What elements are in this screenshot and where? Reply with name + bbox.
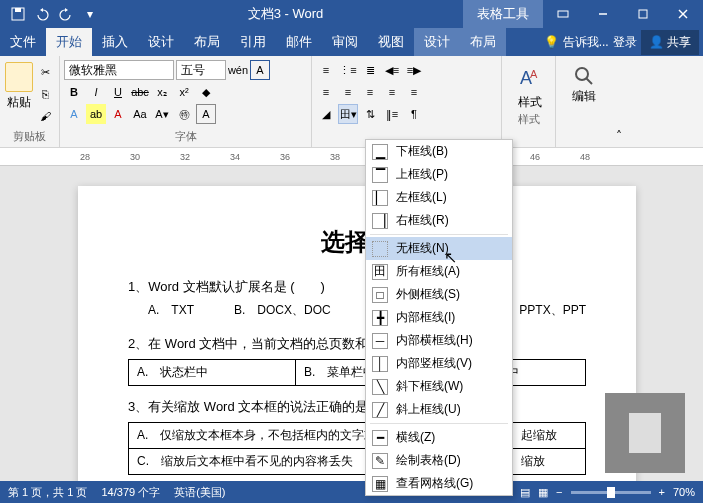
status-page[interactable]: 第 1 页，共 1 页 <box>8 485 87 500</box>
horizontal-ruler[interactable]: 283032 343638 404244 4648 <box>0 148 703 166</box>
clipboard-label: 剪贴板 <box>4 128 55 145</box>
svg-text:A: A <box>530 68 538 80</box>
borders-dropdown[interactable]: 田▾ <box>338 104 358 124</box>
borders-menu: ▁下框线(B) ▔上框线(P) ▏左框线(L) ▕右框线(R) 无框线(N) 田… <box>365 139 513 496</box>
zoom-slider[interactable] <box>571 491 651 494</box>
context-tab-table: 表格工具 <box>463 0 543 28</box>
login-button[interactable]: 登录 <box>613 34 637 51</box>
multilevel-icon[interactable]: ≣ <box>360 60 380 80</box>
clear-format-icon[interactable]: ◆ <box>196 82 216 102</box>
enclose-char-icon[interactable]: ㊕ <box>174 104 194 124</box>
menu-diag-up-border[interactable]: ╱斜上框线(U) <box>366 398 512 421</box>
tab-review[interactable]: 审阅 <box>322 28 368 56</box>
zoom-in-icon[interactable]: + <box>659 486 665 498</box>
view-web-icon[interactable]: ▦ <box>538 486 548 499</box>
copy-icon[interactable]: ⎘ <box>35 84 55 104</box>
tab-home[interactable]: 开始 <box>46 28 92 56</box>
phonetic-icon[interactable]: wén <box>228 60 248 80</box>
highlight-icon[interactable]: ab <box>86 104 106 124</box>
undo-icon[interactable] <box>32 4 52 24</box>
font-size-select[interactable]: 五号 <box>176 60 226 80</box>
tab-design[interactable]: 设计 <box>138 28 184 56</box>
underline-button[interactable]: U <box>108 82 128 102</box>
table-q3[interactable]: A. 仅缩放文本框本身，不包括框内的文字或图形起缩放 C. 缩放后文本框中看不见… <box>128 422 586 475</box>
shrink-font-icon[interactable]: A▾ <box>152 104 172 124</box>
menu-horizontal-line[interactable]: ━横线(Z) <box>366 426 512 449</box>
bold-button[interactable]: B <box>64 82 84 102</box>
edit-button[interactable]: 编辑 <box>560 58 608 105</box>
tab-table-layout[interactable]: 布局 <box>460 28 506 56</box>
redo-icon[interactable] <box>56 4 76 24</box>
grow-font-icon[interactable]: Aa <box>130 104 150 124</box>
char-border-icon[interactable]: A <box>250 60 270 80</box>
justify-icon[interactable]: ≡ <box>382 82 402 102</box>
tab-insert[interactable]: 插入 <box>92 28 138 56</box>
close-icon[interactable] <box>663 0 703 28</box>
menu-view-gridlines[interactable]: ▦查看网格线(G) <box>366 472 512 495</box>
menu-right-border[interactable]: ▕右框线(R) <box>366 209 512 232</box>
distributed-icon[interactable]: ≡ <box>404 82 424 102</box>
font-color-icon[interactable]: A <box>108 104 128 124</box>
subscript-button[interactable]: x₂ <box>152 82 172 102</box>
menu-inside-borders[interactable]: ╋内部框线(I) <box>366 306 512 329</box>
status-words[interactable]: 14/379 个字 <box>101 485 160 500</box>
search-icon <box>572 64 596 88</box>
zoom-out-icon[interactable]: − <box>556 486 562 498</box>
tab-mailings[interactable]: 邮件 <box>276 28 322 56</box>
menu-inside-v-border[interactable]: │内部竖框线(V) <box>366 352 512 375</box>
ribbon-display-icon[interactable] <box>543 0 583 28</box>
menu-inside-h-border[interactable]: ─内部横框线(H) <box>366 329 512 352</box>
styles-button[interactable]: AA 样式 <box>506 58 554 111</box>
table-q2[interactable]: A. 状态栏中B. 菜单栏中标题栏中 <box>128 359 586 386</box>
page: 选择题 1、Word 文档默认扩展名是 ( ) A. TXT B. DOCX、D… <box>78 186 636 481</box>
menu-bottom-border[interactable]: ▁下框线(B) <box>366 140 512 163</box>
menu-draw-table[interactable]: ✎绘制表格(D) <box>366 449 512 472</box>
qat-more-icon[interactable]: ▾ <box>80 4 100 24</box>
menu-all-borders[interactable]: 田所有框线(A) <box>366 260 512 283</box>
sort-icon[interactable]: ⇅ <box>360 104 380 124</box>
align-left-icon[interactable]: ≡ <box>316 82 336 102</box>
tab-view[interactable]: 视图 <box>368 28 414 56</box>
doc-title: 选择题 <box>128 226 586 258</box>
format-painter-icon[interactable]: 🖌 <box>35 106 55 126</box>
paste-button[interactable]: 粘贴 <box>4 58 33 111</box>
tab-references[interactable]: 引用 <box>230 28 276 56</box>
decrease-indent-icon[interactable]: ◀≡ <box>382 60 402 80</box>
menu-diag-down-border[interactable]: ╲斜下框线(W) <box>366 375 512 398</box>
line-spacing-icon[interactable]: ‖≡ <box>382 104 402 124</box>
document-area[interactable]: 选择题 1、Word 文档默认扩展名是 ( ) A. TXT B. DOCX、D… <box>0 166 703 481</box>
increase-indent-icon[interactable]: ≡▶ <box>404 60 424 80</box>
tab-table-design[interactable]: 设计 <box>414 28 460 56</box>
view-print-icon[interactable]: ▤ <box>520 486 530 499</box>
bullets-icon[interactable]: ≡ <box>316 60 336 80</box>
zoom-level[interactable]: 70% <box>673 486 695 498</box>
show-marks-icon[interactable]: ¶ <box>404 104 424 124</box>
svg-rect-4 <box>639 10 647 18</box>
tell-me[interactable]: 告诉我... <box>563 34 609 51</box>
save-icon[interactable] <box>8 4 28 24</box>
numbering-icon[interactable]: ⋮≡ <box>338 60 358 80</box>
tab-layout[interactable]: 布局 <box>184 28 230 56</box>
text-effects-icon[interactable]: A <box>64 104 84 124</box>
menu-top-border[interactable]: ▔上框线(P) <box>366 163 512 186</box>
align-right-icon[interactable]: ≡ <box>360 82 380 102</box>
char-shading-icon[interactable]: A <box>196 104 216 124</box>
maximize-icon[interactable] <box>623 0 663 28</box>
cut-icon[interactable]: ✂ <box>35 62 55 82</box>
menu-outside-borders[interactable]: □外侧框线(S) <box>366 283 512 306</box>
font-family-select[interactable]: 微软雅黑 <box>64 60 174 80</box>
share-button[interactable]: 👤 共享 <box>641 30 699 55</box>
question-1: 1、Word 文档默认扩展名是 ( ) <box>128 278 586 296</box>
shading-icon[interactable]: ◢ <box>316 104 336 124</box>
minimize-icon[interactable] <box>583 0 623 28</box>
window-title: 文档3 - Word <box>108 5 463 23</box>
align-center-icon[interactable]: ≡ <box>338 82 358 102</box>
strikethrough-button[interactable]: abc <box>130 82 150 102</box>
italic-button[interactable]: I <box>86 82 106 102</box>
status-language[interactable]: 英语(美国) <box>174 485 225 500</box>
menu-left-border[interactable]: ▏左框线(L) <box>366 186 512 209</box>
menu-no-border[interactable]: 无框线(N) <box>366 237 512 260</box>
superscript-button[interactable]: x² <box>174 82 194 102</box>
collapse-ribbon-icon[interactable]: ˄ <box>610 56 628 147</box>
tab-file[interactable]: 文件 <box>0 28 46 56</box>
